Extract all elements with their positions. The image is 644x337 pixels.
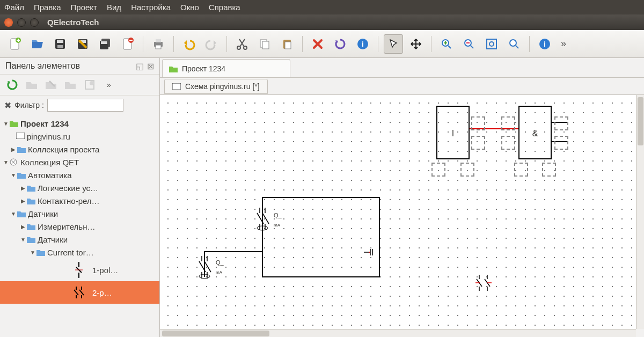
document-tab[interactable]: Схема pingvinus.ru [*] (164, 79, 268, 94)
project-tab[interactable]: Проект 1234 (162, 59, 290, 77)
tree-current-tor[interactable]: ▼ Current tor… (0, 246, 159, 259)
svg-text:i: i (544, 40, 546, 48)
zoom-out-button[interactable] (459, 34, 479, 54)
close-project-button[interactable] (118, 34, 137, 54)
menu-view[interactable]: Вид (107, 3, 121, 12)
ghost-element[interactable] (554, 136, 568, 150)
panel-refresh-button[interactable] (4, 77, 20, 93)
window-maximize-button[interactable] (30, 18, 39, 27)
rotate-button[interactable] (331, 34, 350, 54)
menu-settings[interactable]: Настройка (131, 3, 171, 12)
tree-project-collection[interactable]: ▶ Коллекция проекта (0, 143, 159, 156)
folder-icon (27, 223, 35, 230)
ghost-element[interactable] (460, 163, 474, 177)
svg-text:i: i (362, 40, 364, 48)
menu-bar: Файл Правка Проект Вид Настройка Окно Сп… (0, 0, 644, 14)
schematic-ct-element[interactable] (471, 275, 498, 291)
tree-project[interactable]: ▼ Проект 1234 (0, 117, 159, 130)
filter-clear-icon[interactable]: ✖ (4, 100, 11, 111)
schematic-switch-1[interactable]: Q_ mA (255, 208, 288, 232)
schematic-terminal[interactable] (364, 247, 377, 257)
save-button[interactable] (50, 34, 70, 54)
undo-button[interactable] (179, 34, 199, 54)
svg-rect-20 (285, 42, 291, 49)
redo-button[interactable] (202, 34, 221, 54)
editor-area: Проект 1234 Схема pingvinus.ru [*] Q_ (160, 58, 644, 337)
select-tool-button[interactable] (384, 34, 403, 54)
svg-point-16 (244, 46, 247, 49)
project-icon (169, 65, 178, 72)
new-project-button[interactable] (5, 34, 25, 54)
save-as-button[interactable] (73, 34, 92, 54)
title-bar: QElectroTech (0, 14, 644, 30)
panel-delete-folder-button[interactable] (62, 77, 78, 93)
menu-window[interactable]: Окно (180, 3, 199, 12)
paste-button[interactable] (277, 34, 297, 54)
tree-logic[interactable]: ▶ Логические ус… (0, 181, 159, 194)
tree-qet-collection[interactable]: ▼ Коллекция QET (0, 156, 159, 169)
ghost-element[interactable] (431, 163, 445, 177)
save-all-button[interactable] (96, 34, 115, 54)
copy-button[interactable] (255, 34, 274, 54)
info-button[interactable]: i (353, 34, 372, 54)
svg-rect-32 (16, 133, 25, 139)
schematic-canvas[interactable]: Q_ mA Q_ mA I & (160, 95, 636, 329)
tree-automation[interactable]: ▼ Автоматика (0, 169, 159, 181)
vertical-scrollbar[interactable] (636, 95, 644, 329)
menu-file[interactable]: Файл (4, 3, 24, 12)
project-icon (10, 120, 18, 127)
filter-input[interactable] (47, 99, 123, 112)
schematic-logic-block-1[interactable]: I (436, 106, 470, 159)
open-project-button[interactable] (28, 34, 47, 54)
tree-measurement[interactable]: ▶ Измерительн… (0, 220, 159, 233)
panel-undock-icon[interactable]: ◱ (136, 61, 144, 71)
tree-element-1pol[interactable]: 1-pol… (0, 259, 159, 281)
menu-edit[interactable]: Правка (34, 3, 61, 12)
window-minimize-button[interactable] (17, 18, 26, 27)
ghost-element[interactable] (542, 163, 556, 177)
svg-rect-9 (101, 41, 107, 44)
folder-icon (17, 171, 26, 179)
tree-diagram[interactable]: pingvinus.ru (0, 130, 159, 143)
document-tab-label: Схема pingvinus.ru [*] (185, 82, 260, 91)
schematic-logic-block-2[interactable]: & (518, 106, 552, 159)
menu-help[interactable]: Справка (209, 3, 240, 12)
toolbar-more-button[interactable]: » (558, 38, 569, 49)
ghost-element[interactable] (514, 163, 528, 177)
delete-button[interactable] (308, 34, 327, 54)
ghost-element[interactable] (554, 116, 568, 130)
ghost-element[interactable] (501, 116, 515, 130)
cut-button[interactable] (232, 34, 252, 54)
tree-contact-relay[interactable]: ▶ Контактно-рел… (0, 194, 159, 207)
panel-more-button[interactable]: » (101, 77, 117, 93)
tree-element-2p[interactable]: 2-p… (0, 281, 159, 304)
folder-icon (36, 248, 45, 256)
ghost-element[interactable] (501, 136, 515, 150)
about-button[interactable]: i (535, 34, 554, 54)
menu-project[interactable]: Проект (71, 3, 97, 12)
print-button[interactable] (149, 34, 168, 54)
svg-rect-25 (487, 39, 496, 49)
zoom-reset-button[interactable] (504, 34, 524, 54)
ghost-element[interactable] (471, 116, 485, 130)
tree-sensors[interactable]: ▼ Датчики (0, 207, 159, 220)
horizontal-scrollbar[interactable] (160, 329, 636, 337)
window-close-button[interactable] (4, 18, 13, 27)
folder-icon (27, 197, 35, 204)
svg-point-36 (199, 274, 210, 279)
svg-point-27 (510, 40, 516, 46)
panel-edit-folder-button[interactable] (43, 77, 59, 93)
zoom-in-button[interactable] (437, 34, 456, 54)
switch-icon (70, 287, 88, 298)
collection-icon (10, 158, 18, 166)
panel-new-folder-button[interactable] (24, 77, 40, 93)
move-tool-button[interactable] (406, 34, 426, 54)
schematic-switch-2[interactable]: Q_ mA (197, 256, 230, 281)
panel-import-button[interactable] (82, 77, 98, 93)
elements-panel: Панель элементов ◱ ⊠ » ✖ Фильтр : ▼ Прое… (0, 58, 160, 337)
zoom-fit-button[interactable] (482, 34, 501, 54)
ghost-element[interactable] (471, 136, 485, 150)
tree-sensors2[interactable]: ▼ Датчики (0, 233, 159, 246)
schematic-wire[interactable] (204, 251, 262, 252)
panel-close-icon[interactable]: ⊠ (147, 61, 154, 71)
